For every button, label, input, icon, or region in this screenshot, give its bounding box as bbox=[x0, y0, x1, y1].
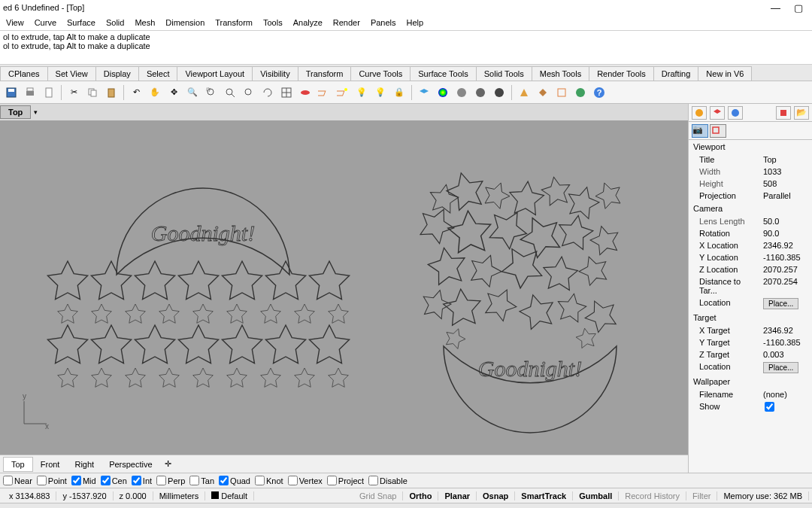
viewport-canvas[interactable]: Goodnight! bbox=[0, 120, 688, 455]
help-icon[interactable]: ? bbox=[591, 84, 607, 101]
tab-curvetools[interactable]: Curve Tools bbox=[350, 66, 411, 81]
menu-render[interactable]: Render bbox=[333, 18, 360, 27]
tab-display[interactable]: Display bbox=[95, 66, 139, 81]
status-units[interactable]: Millimeters bbox=[153, 491, 206, 500]
status-gumball[interactable]: Gumball bbox=[573, 491, 619, 500]
lock-icon[interactable]: 🔒 bbox=[391, 84, 408, 101]
osnap-disable[interactable]: Disable bbox=[368, 476, 408, 485]
menu-surface[interactable]: Surface bbox=[67, 18, 95, 27]
osnap-int[interactable]: Int bbox=[132, 476, 152, 485]
status-filter[interactable]: Filter bbox=[686, 491, 717, 500]
cplane-icon[interactable] bbox=[316, 84, 332, 101]
menu-transform[interactable]: Transform bbox=[215, 18, 253, 27]
osnap-tan[interactable]: Tan bbox=[189, 476, 214, 485]
default-light-icon[interactable]: 💡 bbox=[372, 84, 389, 101]
shade-icon[interactable] bbox=[535, 84, 551, 101]
osnap-project[interactable]: Project bbox=[327, 476, 364, 485]
zoom-window-icon[interactable] bbox=[203, 84, 220, 101]
paste-icon[interactable] bbox=[103, 84, 120, 101]
sphere2-icon[interactable] bbox=[472, 84, 489, 101]
layers-tab-icon[interactable] bbox=[710, 106, 725, 120]
menu-solid[interactable]: Solid bbox=[106, 18, 124, 27]
status-planar[interactable]: Planar bbox=[438, 491, 477, 500]
named-cplane-icon[interactable] bbox=[335, 84, 351, 101]
tab-surfacetools[interactable]: Surface Tools bbox=[410, 66, 476, 81]
viewport-menu-icon[interactable]: ▾ bbox=[31, 107, 41, 117]
viewport-name-tab[interactable]: Top bbox=[0, 105, 31, 119]
menu-curve[interactable]: Curve bbox=[35, 18, 56, 27]
camera-tab-icon[interactable]: 📷 bbox=[692, 124, 708, 138]
tab-solidtools[interactable]: Solid Tools bbox=[476, 66, 532, 81]
sphere1-icon[interactable] bbox=[453, 84, 470, 101]
osnap-point[interactable]: Point bbox=[37, 476, 67, 485]
tab-meshtools[interactable]: Mesh Tools bbox=[532, 66, 589, 81]
zoom-extents-icon[interactable] bbox=[222, 84, 238, 101]
light-icon[interactable]: 💡 bbox=[353, 84, 370, 101]
place-camera-button[interactable]: Place... bbox=[763, 298, 798, 309]
zoom-icon[interactable]: 🔍 bbox=[184, 84, 201, 101]
options-icon[interactable] bbox=[553, 84, 570, 101]
tab-select[interactable]: Select bbox=[138, 66, 178, 81]
menu-mesh[interactable]: Mesh bbox=[135, 18, 155, 27]
viewtab-front[interactable]: Front bbox=[33, 458, 68, 471]
pan-icon[interactable]: ✋ bbox=[147, 84, 163, 101]
print-icon[interactable] bbox=[22, 84, 38, 101]
osnap-mid[interactable]: Mid bbox=[71, 476, 96, 485]
tab-cplanes[interactable]: CPlanes bbox=[0, 66, 48, 81]
menu-analyze[interactable]: Analyze bbox=[293, 18, 323, 27]
status-smarttrack[interactable]: SmartTrack bbox=[515, 491, 573, 500]
sphere3-icon[interactable] bbox=[491, 84, 508, 101]
render-tab-icon[interactable] bbox=[728, 106, 743, 120]
viewtab-perspective[interactable]: Perspective bbox=[102, 458, 159, 471]
display-tab-icon[interactable] bbox=[776, 106, 791, 120]
set-view-icon[interactable] bbox=[297, 84, 314, 101]
viewtab-top[interactable]: Top bbox=[3, 457, 33, 472]
tab-transform[interactable]: Transform bbox=[298, 66, 352, 81]
add-viewport-icon[interactable]: ✛ bbox=[160, 457, 176, 471]
move-icon[interactable]: ✥ bbox=[165, 84, 182, 101]
copy-icon[interactable] bbox=[84, 84, 101, 101]
open-tab-icon[interactable]: 📂 bbox=[794, 106, 809, 120]
status-record[interactable]: Record History bbox=[619, 491, 686, 500]
place-target-button[interactable]: Place... bbox=[763, 362, 798, 373]
frame-tab-icon[interactable] bbox=[710, 124, 726, 138]
status-layer[interactable]: Default bbox=[205, 491, 254, 500]
osnap-near[interactable]: Near bbox=[3, 476, 32, 485]
cut-icon[interactable]: ✂ bbox=[65, 84, 82, 101]
status-ortho[interactable]: Ortho bbox=[403, 491, 438, 500]
command-input[interactable] bbox=[3, 50, 809, 61]
viewtab-right[interactable]: Right bbox=[67, 458, 102, 471]
show-wallpaper-checkbox[interactable] bbox=[765, 402, 774, 412]
material-icon[interactable] bbox=[435, 84, 451, 101]
grid-icon[interactable] bbox=[278, 84, 295, 101]
globe-icon[interactable] bbox=[572, 84, 589, 101]
menu-help[interactable]: Help bbox=[407, 18, 424, 27]
render-icon[interactable] bbox=[516, 84, 532, 101]
rotate-view-icon[interactable] bbox=[259, 84, 276, 101]
menu-view[interactable]: View bbox=[6, 18, 24, 27]
tab-drafting[interactable]: Drafting bbox=[653, 66, 699, 81]
osnap-perp[interactable]: Perp bbox=[156, 476, 185, 485]
menu-tools[interactable]: Tools bbox=[263, 18, 283, 27]
status-osnap[interactable]: Osnap bbox=[477, 491, 515, 500]
layers-icon[interactable] bbox=[416, 84, 432, 101]
material-tab-icon[interactable] bbox=[692, 106, 707, 120]
osnap-cen[interactable]: Cen bbox=[101, 476, 127, 485]
menu-panels[interactable]: Panels bbox=[371, 18, 396, 27]
tab-viewportlayout[interactable]: Viewport Layout bbox=[177, 66, 253, 81]
tab-newinv6[interactable]: New in V6 bbox=[698, 66, 752, 81]
maximize-icon[interactable]: ▢ bbox=[794, 2, 803, 14]
osnap-quad[interactable]: Quad bbox=[219, 476, 250, 485]
tab-visibility[interactable]: Visibility bbox=[252, 66, 298, 81]
import-icon[interactable] bbox=[41, 84, 57, 101]
tab-rendertools[interactable]: Render Tools bbox=[589, 66, 654, 81]
minimize-icon[interactable]: — bbox=[771, 2, 780, 14]
menu-dimension[interactable]: Dimension bbox=[165, 18, 205, 27]
zoom-selected-icon[interactable] bbox=[241, 84, 257, 101]
save-icon[interactable] bbox=[3, 84, 20, 101]
tab-setview[interactable]: Set View bbox=[47, 66, 96, 81]
status-gridsnap[interactable]: Grid Snap bbox=[353, 491, 404, 500]
osnap-vertex[interactable]: Vertex bbox=[288, 476, 323, 485]
undo-icon[interactable]: ↶ bbox=[128, 84, 144, 101]
osnap-knot[interactable]: Knot bbox=[255, 476, 283, 485]
